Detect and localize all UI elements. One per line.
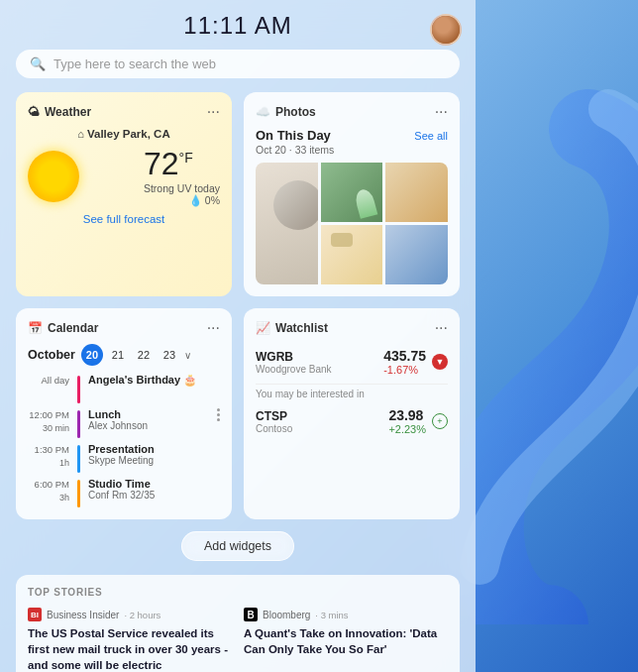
stock-wgrb-price-block: 435.75 -1.67%: [383, 348, 426, 376]
stock-wgrb-row[interactable]: WGRB Woodgrove Bank 435.75 -1.67% ▼: [256, 344, 448, 380]
photos-see-all-link[interactable]: See all: [414, 130, 448, 142]
stock-ctsp-name: Contoso: [256, 423, 292, 434]
photos-title-block: On This Day Oct 20 · 33 items: [256, 128, 334, 156]
event-name-presentation: Presentation: [88, 443, 220, 455]
calendar-event-lunch: 12:00 PM30 min Lunch Alex Johnson: [28, 408, 220, 438]
event-bar-allday: [77, 376, 80, 403]
calendar-title-row: 📅 Calendar: [28, 321, 98, 335]
story-2-time: · 3 mins: [315, 610, 348, 620]
watchlist-icon: 📈: [256, 321, 270, 335]
watchlist-widget: 📈 Watchlist ··· WGRB Woodgrove Bank 435.…: [244, 308, 460, 519]
calendar-event-presentation: 1:30 PM1h Presentation Skype Meeting: [28, 443, 220, 473]
watchlist-more-button[interactable]: ···: [435, 320, 448, 336]
search-bar[interactable]: 🔍 Type here to search the web: [16, 50, 460, 78]
stock-ctsp-change: +2.23%: [388, 423, 426, 435]
search-icon: 🔍: [30, 56, 46, 71]
stock-wgrb-price: 435.75: [383, 348, 426, 364]
event-time-allday: All day: [28, 374, 69, 387]
event-sub-lunch: Alex Johnson: [88, 420, 209, 431]
photos-widget: ☁️ Photos ··· On This Day Oct 20 · 33 it…: [244, 92, 460, 296]
photo-cell-4[interactable]: [321, 225, 383, 284]
weather-temperature: 72°F: [144, 146, 220, 182]
calendar-day-23[interactable]: 23: [159, 344, 180, 366]
story-1[interactable]: BI Business Insider · 2 hours The US Pos…: [28, 608, 232, 672]
top-stories-section: TOP STORIES BI Business Insider · 2 hour…: [16, 575, 460, 672]
story-1-headline: The US Postal Service revealed its first…: [28, 625, 232, 672]
add-widgets-row: Add widgets: [16, 531, 460, 561]
photos-icon: ☁️: [256, 105, 270, 119]
watchlist-title: Watchlist: [275, 321, 328, 335]
photo-cell-3[interactable]: [385, 163, 448, 222]
weather-location: Valley Park, CA: [28, 128, 220, 140]
calendar-day-20[interactable]: 20: [81, 344, 103, 366]
event-bar-studio: [77, 480, 80, 507]
photos-content-header: On This Day Oct 20 · 33 items See all: [256, 128, 448, 156]
weather-sun-icon: [28, 151, 79, 202]
event-bar-presentation: [77, 445, 80, 473]
event-name-lunch: Lunch: [88, 408, 209, 420]
avatar-image: [432, 16, 460, 44]
widgets-row-2: 📅 Calendar ··· October 20 21 22 23 ∨ All: [16, 308, 460, 519]
stock-ctsp-price: 23.98: [388, 407, 426, 423]
time-display: 11:11 AM: [16, 12, 460, 40]
event-details-allday: Angela's Birthday 🎂: [88, 374, 220, 387]
calendar-day-21[interactable]: 21: [107, 344, 129, 366]
story-1-source-row: BI Business Insider · 2 hours: [28, 608, 232, 621]
calendar-more-button[interactable]: ···: [207, 320, 220, 336]
weather-title: Weather: [45, 105, 91, 119]
story-2[interactable]: B Bloomberg · 3 mins A Quant's Take on I…: [244, 608, 448, 672]
weather-widget: 🌤 Weather ··· Valley Park, CA 72°F Stron…: [16, 92, 232, 296]
widgets-row-1: 🌤 Weather ··· Valley Park, CA 72°F Stron…: [16, 92, 460, 296]
story-2-source-name: Bloomberg: [263, 610, 310, 620]
stock-divider: [256, 384, 448, 385]
weather-icon: 🌤: [28, 105, 40, 119]
stock-wgrb-change: -1.67%: [383, 364, 426, 376]
story-1-time: · 2 hours: [124, 610, 160, 620]
event-name-studio: Studio Time: [88, 478, 220, 490]
user-avatar[interactable]: [430, 14, 462, 46]
weather-temp-block: 72°F Strong UV today 💧 0%: [144, 146, 220, 207]
weather-more-button[interactable]: ···: [207, 104, 220, 120]
event-details-studio: Studio Time Conf Rm 32/35: [88, 478, 220, 501]
watchlist-header: 📈 Watchlist ···: [256, 320, 448, 336]
stock-ctsp-values: 23.98 +2.23% +: [388, 407, 448, 435]
calendar-event-studio: 6:00 PM3h Studio Time Conf Rm 32/35: [28, 478, 220, 507]
top-stories-label: TOP STORIES: [28, 587, 448, 598]
photos-title-row: ☁️ Photos: [256, 105, 316, 119]
weather-forecast-link[interactable]: See full forecast: [28, 213, 220, 225]
photos-subtitle: Oct 20 · 33 items: [256, 144, 334, 156]
story-1-source-icon: BI: [28, 608, 42, 621]
story-2-source-icon: B: [244, 608, 258, 621]
stock-wgrb-indicator: ▼: [432, 354, 448, 370]
calendar-events: All day Angela's Birthday 🎂 12:00 PM30 m…: [28, 374, 220, 507]
event-name-allday: Angela's Birthday 🎂: [88, 374, 220, 387]
weather-main: 72°F Strong UV today 💧 0%: [28, 146, 220, 207]
event-actions-lunch: [217, 408, 220, 421]
stock-ctsp-row[interactable]: CTSP Contoso 23.98 +2.23% +: [256, 403, 448, 439]
dot-1: [217, 408, 220, 411]
calendar-event-allday: All day Angela's Birthday 🎂: [28, 374, 220, 403]
event-time-lunch: 12:00 PM30 min: [28, 408, 69, 435]
event-time-studio: 6:00 PM3h: [28, 478, 69, 504]
dot-2: [217, 413, 220, 416]
weather-header: 🌤 Weather ···: [28, 104, 220, 120]
story-1-source-name: Business Insider: [47, 610, 119, 620]
calendar-header: 📅 Calendar ···: [28, 320, 220, 336]
calendar-title: Calendar: [48, 321, 98, 335]
stock-ctsp-price-block: 23.98 +2.23%: [388, 407, 426, 435]
photo-cell-5[interactable]: [385, 225, 448, 284]
photo-cell-2[interactable]: [321, 163, 383, 222]
add-widgets-button[interactable]: Add widgets: [181, 531, 294, 561]
photo-cell-1[interactable]: [256, 163, 318, 284]
photos-grid: [256, 163, 448, 284]
photos-more-button[interactable]: ···: [435, 104, 448, 120]
calendar-day-22[interactable]: 22: [133, 344, 155, 366]
dot-3: [217, 418, 220, 421]
photos-header: ☁️ Photos ···: [256, 104, 448, 120]
photos-widget-title: Photos: [275, 105, 316, 119]
calendar-chevron[interactable]: ∨: [184, 350, 191, 361]
calendar-month: October: [28, 348, 75, 362]
event-details-lunch: Lunch Alex Johnson: [88, 408, 209, 431]
stock-ctsp-indicator: +: [432, 413, 448, 429]
weather-condition: Strong UV today: [144, 182, 220, 194]
